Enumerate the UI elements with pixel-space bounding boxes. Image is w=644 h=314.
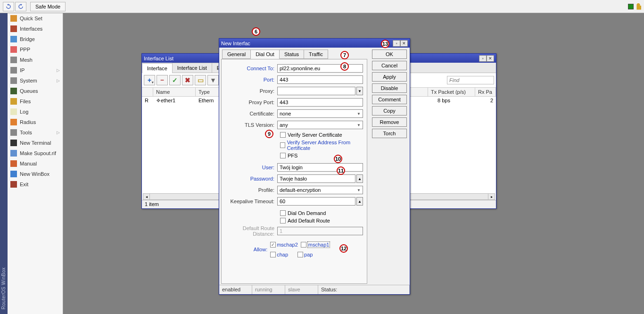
sidebar-item-new-winbox[interactable]: New WinBox: [8, 169, 63, 179]
tab-status[interactable]: Status: [279, 50, 304, 59]
menu-icon: [10, 15, 17, 22]
pfs-checkbox[interactable]: [280, 153, 286, 158]
label-password: Password:: [225, 176, 277, 182]
menu-label: Files: [20, 99, 31, 104]
col-rx-packet[interactable]: Rx Pa: [475, 88, 496, 96]
profile-select[interactable]: default-encryption▼: [277, 186, 363, 194]
menu-label: System: [20, 78, 37, 83]
copy-button[interactable]: Copy: [372, 106, 407, 116]
minimize-button[interactable]: ▫: [393, 40, 400, 47]
undo-button[interactable]: [3, 2, 14, 11]
mschap1-checkbox[interactable]: [301, 242, 306, 248]
row-bps: 8 bps: [435, 97, 458, 105]
certificate-select[interactable]: none▼: [277, 109, 363, 118]
menu-icon: [10, 88, 17, 94]
col-flag[interactable]: [142, 88, 153, 96]
menu-icon: [10, 57, 17, 63]
comment-button[interactable]: ▭: [195, 75, 206, 85]
sidebar-item-manual[interactable]: Manual: [8, 158, 63, 169]
label-certificate: Certificate:: [225, 111, 277, 116]
sidebar-item-radius[interactable]: Radius: [8, 117, 63, 127]
apply-button[interactable]: Apply: [372, 72, 407, 82]
connect-to-input[interactable]: [277, 64, 363, 73]
sidebar-item-quick-set[interactable]: Quick Set: [8, 13, 63, 24]
tab-interface-list[interactable]: Interface List: [172, 63, 212, 73]
label-chap: chap: [277, 252, 288, 257]
interface-list-title-text: Interface List: [144, 56, 173, 61]
sidebar-item-interfaces[interactable]: Interfaces: [8, 24, 63, 34]
sidebar-item-mesh[interactable]: Mesh: [8, 55, 63, 65]
proxy-input[interactable]: [277, 87, 355, 95]
sidebar-item-make-supout-rif[interactable]: Make Supout.rif: [8, 148, 63, 158]
tls-version-select[interactable]: any▼: [277, 121, 363, 129]
keepalive-input[interactable]: [277, 197, 355, 206]
menu-label: Tools: [20, 130, 32, 135]
sidebar-item-files[interactable]: Files: [8, 96, 63, 107]
ok-button[interactable]: OK: [372, 50, 407, 59]
sidebar-item-bridge[interactable]: Bridge: [8, 34, 63, 44]
torch-button[interactable]: Torch: [372, 129, 407, 138]
tab-traffic[interactable]: Traffic: [304, 50, 328, 59]
safe-mode-button[interactable]: Safe Mode: [30, 2, 66, 11]
mschap2-checkbox[interactable]: [270, 242, 276, 248]
minimize-button[interactable]: ▫: [479, 55, 487, 62]
user-input[interactable]: [277, 163, 363, 172]
menu-icon: [10, 160, 17, 167]
dial-on-demand-checkbox[interactable]: [280, 210, 286, 216]
add-button[interactable]: +: [144, 75, 155, 85]
badge-13: 13: [381, 40, 389, 48]
badge-12: 12: [339, 244, 348, 253]
sidebar-item-tools[interactable]: Tools▷: [8, 127, 63, 138]
menu-label: Mesh: [20, 57, 33, 63]
verify-server-addr-checkbox[interactable]: [280, 142, 285, 148]
sidebar-item-system[interactable]: System▷: [8, 75, 63, 86]
col-name[interactable]: Name: [153, 88, 196, 96]
topbar: Safe Mode: [0, 0, 644, 13]
find-input[interactable]: [447, 76, 494, 84]
tab-dial-out[interactable]: Dial Out: [250, 50, 280, 59]
sidebar-item-new-terminal[interactable]: New Terminal: [8, 138, 63, 148]
chevron-right-icon: ▷: [57, 68, 60, 73]
sidebar-item-queues[interactable]: Queues: [8, 86, 63, 96]
close-button[interactable]: ✕: [487, 55, 494, 62]
disable-button[interactable]: ✖: [182, 75, 193, 85]
label-default-route-distance: Default Route Distance:: [225, 225, 277, 237]
add-default-route-checkbox[interactable]: [280, 218, 286, 223]
sidebar-item-ppp[interactable]: PPP: [8, 44, 63, 55]
lock-icon: [636, 3, 641, 10]
password-input[interactable]: [277, 174, 355, 183]
sidebar-item-exit[interactable]: Exit: [8, 179, 63, 190]
new-interface-title-text: New Interfac: [221, 41, 250, 46]
label-tls-version: TLS Version:: [225, 122, 277, 128]
label-pfs: PFS: [288, 153, 297, 158]
remove-button[interactable]: －: [157, 75, 168, 85]
keepalive-hide-arrow[interactable]: ▲: [356, 197, 363, 206]
enable-button[interactable]: ✓: [169, 75, 181, 85]
pap-checkbox[interactable]: [297, 252, 303, 257]
tab-general[interactable]: General: [222, 50, 251, 59]
tab-interface[interactable]: Interface: [142, 63, 173, 73]
cancel-button[interactable]: Cancel: [372, 61, 407, 70]
redo-button[interactable]: [15, 2, 26, 11]
col-tx-packet[interactable]: Tx Packet (p/s): [428, 88, 475, 96]
col-type[interactable]: Type: [196, 88, 219, 96]
port-input[interactable]: [277, 75, 363, 84]
menu-icon: [10, 25, 17, 32]
filter-button[interactable]: ▼: [207, 75, 219, 85]
proxy-port-input[interactable]: [277, 98, 363, 107]
menu-label: Manual: [20, 161, 37, 166]
proxy-dropdown-arrow[interactable]: ▼: [356, 87, 363, 95]
disable-button[interactable]: Disable: [372, 83, 407, 93]
close-button[interactable]: ✕: [400, 40, 408, 47]
comment-button[interactable]: Comment: [372, 95, 407, 104]
verify-server-cert-checkbox[interactable]: [280, 132, 286, 138]
password-hide-arrow[interactable]: ▲: [356, 174, 363, 183]
new-interface-buttons: OKCancelApplyDisableCommentCopyRemoveTor…: [372, 50, 407, 138]
chevron-right-icon: ▷: [57, 78, 60, 83]
chap-checkbox[interactable]: [270, 252, 276, 257]
remove-button[interactable]: Remove: [372, 117, 407, 127]
label-verify-server-cert: Verify Server Certificate: [288, 132, 342, 138]
sidebar-item-ip[interactable]: IP▷: [8, 65, 63, 75]
row-name: ❖ether1: [153, 97, 196, 105]
sidebar-item-log[interactable]: Log: [8, 107, 63, 117]
